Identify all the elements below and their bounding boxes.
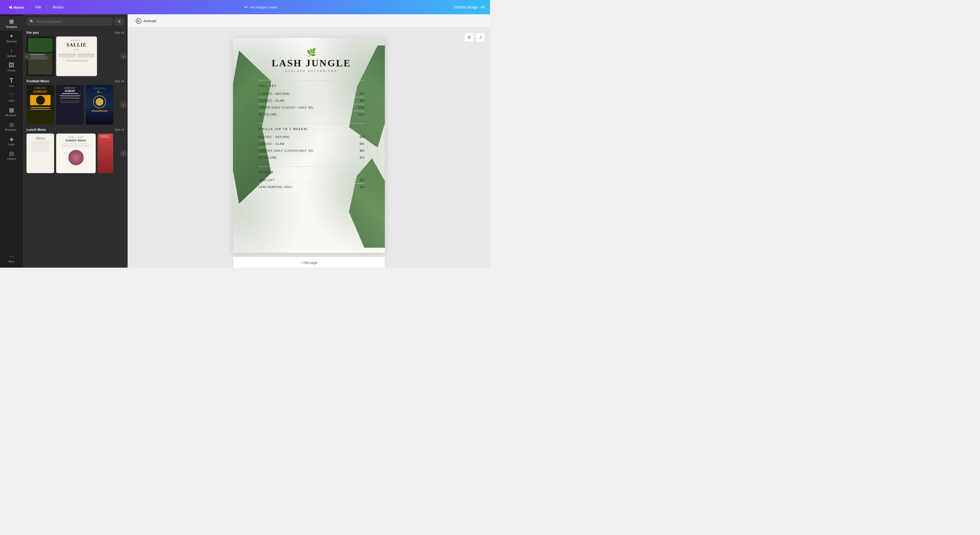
- sidebar-item-folders[interactable]: ⊟ Folders: [0, 149, 23, 163]
- item-name: CLASSIC - GLAM: [259, 99, 285, 102]
- copy-button[interactable]: ⧉: [465, 33, 474, 42]
- template-card[interactable]: GAME DAY SUNDAY: [27, 85, 54, 125]
- template-card[interactable]: Menu: [27, 134, 54, 173]
- document[interactable]: 🌿 LASH JUNGLE EYELASH EXTENSIONS FULL SE…: [233, 38, 385, 253]
- doc-row: LASH LIFT $70: [259, 177, 364, 184]
- doc-row: CLASSIC - GLAM $55: [259, 141, 364, 147]
- home-button[interactable]: ◀ Home: [5, 3, 27, 11]
- sidebar-item-likes[interactable]: ♡ Likes: [0, 90, 23, 105]
- document-wrap: 🌿 LASH JUNGLE EYELASH EXTENSIONS FULL SE…: [233, 38, 385, 268]
- more-icon: ···: [9, 254, 14, 259]
- search-icon: 🔍: [30, 19, 34, 24]
- add-page-button[interactable]: + Add page: [233, 257, 385, 268]
- sidebar-item-logos[interactable]: ◈ Logos: [0, 134, 23, 149]
- canvas-toolbar: ◐ Animate: [127, 14, 490, 27]
- uploads-icon: ↑: [10, 48, 13, 54]
- search-input-wrap: 🔍: [27, 18, 113, 26]
- football-menu-see-all[interactable]: See all: [115, 80, 124, 83]
- item-name: 3D VOLUME: [259, 113, 277, 116]
- item-price: $65: [360, 149, 364, 152]
- others-section: OTHERS LASH LIFT $70 LASH REMOVAL ONLY $…: [259, 171, 364, 190]
- filter-button[interactable]: ⚙: [115, 18, 124, 26]
- item-price: $109: [358, 106, 364, 109]
- for-you-prev-arrow[interactable]: ‹: [24, 53, 30, 60]
- lunch-menu-next-arrow[interactable]: ›: [120, 150, 127, 157]
- more-label: More: [9, 260, 14, 263]
- shared-icon: ◎: [9, 122, 14, 128]
- item-name: LASH LIFT: [259, 179, 275, 182]
- template-card[interactable]: THE GRILL G...: [86, 85, 113, 125]
- sidebar-item-text[interactable]: T Text: [0, 75, 23, 90]
- football-menu-next-arrow[interactable]: ›: [120, 101, 127, 109]
- template-card[interactable]: [27, 37, 54, 76]
- all-your-d-icon: ▦: [9, 107, 14, 113]
- template-card[interactable]: TOM + SUE DINNER MENU: [56, 134, 96, 173]
- photos-label: Photos: [7, 69, 15, 72]
- lunch-menu-header: Lunch Menu See all: [27, 125, 124, 134]
- sidebar-item-all-your-d[interactable]: ▦ All your d...: [0, 105, 23, 119]
- logos-label: Logos: [8, 143, 15, 146]
- resize-button[interactable]: Resize: [49, 3, 67, 11]
- item-name: HYBRIDS (HALF CLASSIC/HALF 3D): [259, 149, 313, 152]
- for-you-header: For you See all: [27, 27, 124, 37]
- item-name: 3D VOLUME: [259, 156, 277, 159]
- text-label: Text: [9, 85, 14, 88]
- main-layout: ⊞ Templates ✦ Elements ↑ Uploads 🖼 Photo…: [0, 14, 490, 268]
- templates-icon: ⊞: [9, 19, 14, 24]
- item-price: $75: [360, 156, 364, 159]
- section-divider: [259, 123, 364, 124]
- search-bar: 🔍 ⚙: [23, 14, 127, 27]
- home-label: Home: [13, 5, 24, 10]
- item-price: $79: [360, 92, 364, 95]
- for-you-see-all[interactable]: See all: [115, 31, 124, 35]
- item-price: $55: [360, 142, 364, 145]
- shared-label: Shared wi...: [5, 128, 18, 131]
- doc-row: LASH REMOVAL ONLY $20: [259, 184, 364, 190]
- uploads-label: Uploads: [7, 55, 16, 57]
- canvas-actions: ⧉ ↗: [465, 33, 485, 42]
- export-button[interactable]: ↗: [476, 33, 485, 42]
- doc-row: CLASSIC - NATURAL $50: [259, 134, 364, 141]
- canvas-scroll[interactable]: ⧉ ↗ 🌿 LASH JUNGLE EYE: [127, 27, 490, 268]
- full-set-section: FULL SET CLASSIC - NATURAL $79 CLASSIC -…: [259, 85, 364, 118]
- saved-status: All changes saved: [250, 5, 277, 9]
- for-you-title: For you: [27, 30, 39, 35]
- sidebar-item-elements[interactable]: ✦ Elements: [0, 31, 23, 45]
- template-card[interactable]: MARKET SALLIE CAFE: [56, 37, 97, 76]
- lunch-menu-row: Menu TOM + SUE DINNER MENU: [27, 134, 124, 173]
- left-nav: ⊞ Templates ✦ Elements ↑ Uploads 🖼 Photo…: [0, 14, 23, 268]
- item-name: CLASSIC - NATURAL: [259, 92, 290, 95]
- home-chevron-icon: ◀: [9, 5, 12, 10]
- football-menu-row: GAME DAY SUNDAY GAME DAY SUNDAY: [27, 85, 124, 125]
- template-card[interactable]: [98, 134, 113, 173]
- item-price: $50: [360, 135, 364, 138]
- add-page-label: + Add page: [301, 261, 317, 265]
- sidebar-item-templates[interactable]: ⊞ Templates: [0, 16, 23, 31]
- all-your-d-label: All your d...: [5, 114, 18, 117]
- logos-icon: ◈: [10, 136, 14, 142]
- folders-icon: ⊟: [9, 151, 14, 157]
- sidebar-item-more[interactable]: ··· More: [0, 251, 23, 265]
- sidebar-item-photos[interactable]: 🖼 Photos: [0, 60, 23, 75]
- doc-row: HYBRIDS (HALF CLASSIC/HALF 3D) $65: [259, 147, 364, 154]
- undo-icon[interactable]: ↩: [244, 4, 248, 10]
- item-price: $70: [360, 179, 364, 182]
- file-button[interactable]: File: [32, 3, 45, 11]
- search-input[interactable]: [36, 20, 110, 24]
- likes-label: Likes: [8, 99, 14, 102]
- doc-row: 3D VOLUME $129: [259, 111, 364, 118]
- for-you-row: ‹ MARKET SALL: [27, 37, 124, 76]
- others-title: OTHERS: [259, 171, 364, 174]
- template-card[interactable]: GAME DAY SUNDAY: [56, 85, 84, 125]
- sidebar-item-shared[interactable]: ◎ Shared wi...: [0, 119, 23, 134]
- document-content: 🌿 LASH JUNGLE EYELASH EXTENSIONS FULL SE…: [233, 38, 385, 209]
- lunch-menu-see-all[interactable]: See all: [115, 128, 124, 131]
- animate-button[interactable]: ◐ Animate: [133, 17, 159, 25]
- sidebar-item-uploads[interactable]: ↑ Uploads: [0, 45, 23, 60]
- templates-scroll[interactable]: For you See all ‹: [23, 27, 127, 268]
- document-title: Untitled design - A4: [454, 5, 485, 9]
- text-icon: T: [10, 77, 14, 84]
- infills-section: INFILLS (UP TO 3 WEEKS) CLASSIC - NATURA…: [259, 128, 364, 161]
- for-you-next-arrow[interactable]: ›: [120, 53, 127, 60]
- likes-icon: ♡: [9, 93, 14, 98]
